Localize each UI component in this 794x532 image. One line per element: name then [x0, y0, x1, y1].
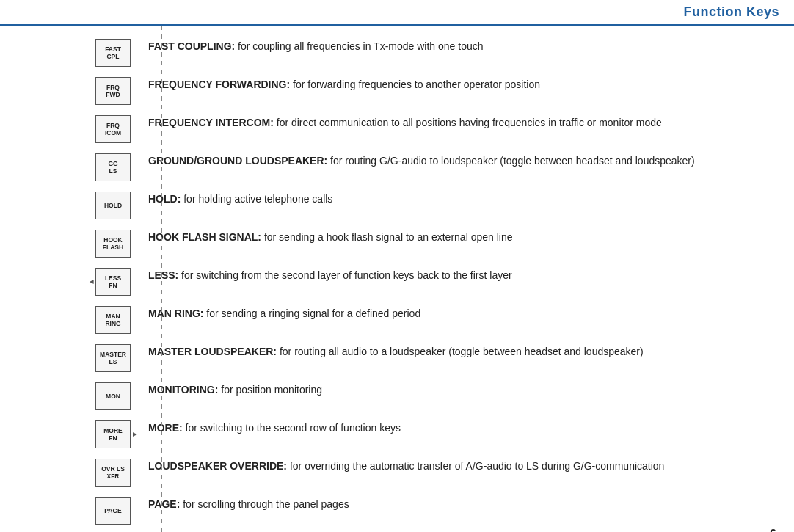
page-number: 6	[770, 528, 776, 532]
desc-col-11: LOUDSPEAKER OVERRIDE: for overriding the…	[131, 459, 772, 473]
entry-row: OVR LSXFRLOUDSPEAKER OVERRIDE: for overr…	[0, 459, 772, 487]
key-box-12: PAGE	[95, 497, 131, 525]
key-box-7: MANRING	[95, 306, 131, 334]
entry-row: MONMONITORING: for position monitoring	[0, 382, 772, 410]
desc-col-12: PAGE: for scrolling through the panel pa…	[131, 497, 772, 511]
entry-row: GGLSGROUND/GROUND LOUDSPEAKER: for routi…	[0, 153, 772, 181]
page-title: Function Keys	[683, 4, 779, 20]
entry-row: FRQICOMFREQUENCY INTERCOM: for direct co…	[0, 115, 772, 143]
entries-container: FASTCPLFAST COUPLING: for coupling all f…	[0, 39, 772, 525]
key-box-10: MOREFN	[95, 420, 131, 448]
key-box-1: FRQFWD	[95, 77, 131, 105]
entry-row: MASTERLSMASTER LOUDSPEAKER: for routing …	[0, 344, 772, 372]
key-box-3: GGLS	[95, 153, 131, 181]
desc-col-1: FREQUENCY FORWARDING: for forwarding fre…	[131, 77, 772, 92]
desc-col-2: FREQUENCY INTERCOM: for direct communica…	[131, 115, 772, 130]
key-box-2: FRQICOM	[95, 115, 131, 143]
desc-col-0: FAST COUPLING: for coupling all frequenc…	[131, 39, 772, 54]
content-area: FASTCPLFAST COUPLING: for coupling all f…	[0, 33, 794, 532]
desc-col-4: HOLD: for holding active telephone calls	[131, 192, 772, 206]
entry-row: MANRINGMAN RING: for sending a ringing s…	[0, 306, 772, 334]
entry-row: PAGEPAGE: for scrolling through the pane…	[0, 497, 772, 525]
desc-col-3: GROUND/GROUND LOUDSPEAKER: for routing G…	[131, 153, 772, 168]
entry-row: LESSFNLESS: for switching from the secon…	[0, 268, 772, 296]
desc-col-9: MONITORING: for position monitoring	[131, 382, 772, 397]
divider-line	[161, 26, 162, 532]
desc-col-5: HOOK FLASH SIGNAL: for sending a hook fl…	[131, 230, 772, 244]
entry-row: FRQFWDFREQUENCY FORWARDING: for forwardi…	[0, 77, 772, 105]
entry-row: FASTCPLFAST COUPLING: for coupling all f…	[0, 39, 772, 67]
desc-col-7: MAN RING: for sending a ringing signal f…	[131, 306, 772, 321]
entry-row: HOLDHOLD: for holding active telephone c…	[0, 192, 772, 219]
key-box-4: HOLD	[95, 192, 131, 219]
key-box-5: HOOKFLASH	[95, 230, 131, 258]
page-header: Function Keys	[0, 0, 794, 26]
desc-col-8: MASTER LOUDSPEAKER: for routing all audi…	[131, 344, 772, 359]
desc-col-10: MORE: for switching to the second row of…	[131, 420, 772, 435]
key-box-6: LESSFN	[95, 268, 131, 296]
key-box-0: FASTCPL	[95, 39, 131, 67]
desc-col-6: LESS: for switching from the second laye…	[131, 268, 772, 283]
key-box-9: MON	[95, 382, 131, 410]
entry-row: HOOKFLASHHOOK FLASH SIGNAL: for sending …	[0, 230, 772, 258]
key-box-8: MASTERLS	[95, 344, 131, 372]
key-box-11: OVR LSXFR	[95, 459, 131, 487]
main-content: FASTCPLFAST COUPLING: for coupling all f…	[0, 26, 794, 532]
entry-row: MOREFNMORE: for switching to the second …	[0, 420, 772, 448]
